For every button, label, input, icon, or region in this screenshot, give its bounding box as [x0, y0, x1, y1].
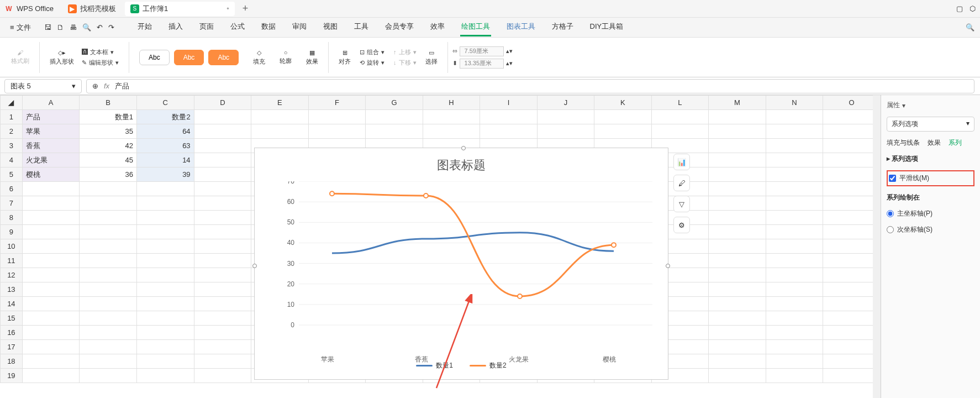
- cell-B9[interactable]: [80, 225, 137, 239]
- group-button[interactable]: ⊡组合▾: [360, 48, 384, 56]
- cell-H2[interactable]: [423, 124, 480, 139]
- col-header-L[interactable]: L: [651, 96, 709, 110]
- search-icon[interactable]: 🔍: [966, 23, 974, 32]
- cell-A1[interactable]: 产品: [22, 110, 80, 124]
- cell-G1[interactable]: [366, 110, 423, 124]
- row-header-4[interactable]: 4: [1, 153, 23, 167]
- cell-A19[interactable]: [22, 369, 80, 383]
- col-header-D[interactable]: D: [194, 96, 251, 110]
- cell-C12[interactable]: [136, 268, 194, 282]
- cell-M9[interactable]: [709, 225, 766, 239]
- cell-M12[interactable]: [709, 268, 766, 282]
- col-header-G[interactable]: G: [366, 96, 423, 110]
- cell-C8[interactable]: [136, 211, 194, 225]
- cell-D13[interactable]: [194, 282, 251, 297]
- smooth-line-checkbox[interactable]: 平滑线(M): [889, 174, 972, 183]
- cell-N8[interactable]: [766, 211, 823, 225]
- cell-N16[interactable]: [766, 326, 823, 340]
- cell-J1[interactable]: [537, 110, 594, 124]
- vertical-scrollbar[interactable]: [873, 95, 881, 398]
- cell-D17[interactable]: [194, 340, 251, 354]
- cell-N15[interactable]: [766, 311, 823, 326]
- cell-D14[interactable]: [194, 297, 251, 311]
- cell-C10[interactable]: [136, 239, 194, 254]
- cell-B13[interactable]: [80, 282, 137, 297]
- col-header-N[interactable]: N: [766, 96, 823, 110]
- cell-D9[interactable]: [194, 225, 251, 239]
- cell-M4[interactable]: [709, 153, 766, 167]
- cell-E1[interactable]: [251, 110, 309, 124]
- chart-object[interactable]: 图表标题 010203040506070 苹果香蕉火龙果樱桃 数量1 数量2 📊…: [254, 148, 668, 380]
- ptab-fill[interactable]: 填充与线条: [887, 138, 920, 148]
- cell-C14[interactable]: [136, 297, 194, 311]
- cell-M6[interactable]: [709, 182, 766, 196]
- format-painter-group[interactable]: 🖌 格式刷: [6, 38, 35, 77]
- cell-I1[interactable]: [480, 110, 537, 124]
- cell-N12[interactable]: [766, 268, 823, 282]
- cell-F1[interactable]: [308, 110, 366, 124]
- fx-icon[interactable]: fx: [104, 82, 109, 90]
- cell-A15[interactable]: [22, 311, 80, 326]
- cell-B10[interactable]: [80, 239, 137, 254]
- chart-handle-t[interactable]: [461, 146, 466, 150]
- cell-M19[interactable]: [709, 369, 766, 383]
- cell-M15[interactable]: [709, 311, 766, 326]
- chart-filter-icon[interactable]: ▽: [673, 196, 690, 212]
- section-series-options[interactable]: ▸ 系列选项: [887, 154, 974, 164]
- undo-icon[interactable]: ↶: [97, 23, 103, 32]
- cell-N7[interactable]: [766, 196, 823, 211]
- cell-K2[interactable]: [594, 124, 652, 139]
- cell-N5[interactable]: [766, 167, 823, 182]
- tab-insert[interactable]: 插入: [167, 18, 184, 36]
- cell-O10[interactable]: [823, 239, 881, 254]
- cell-B18[interactable]: [80, 354, 137, 369]
- cell-O8[interactable]: [823, 211, 881, 225]
- tab-member[interactable]: 会员专享: [384, 18, 415, 36]
- cell-B4[interactable]: 45: [80, 153, 137, 167]
- style-preset-2[interactable]: Abc: [174, 50, 204, 65]
- cell-A13[interactable]: [22, 282, 80, 297]
- cell-O9[interactable]: [823, 225, 881, 239]
- cell-O1[interactable]: [823, 110, 881, 124]
- cell-B16[interactable]: [80, 326, 137, 340]
- style-preset-3[interactable]: Abc: [208, 50, 239, 65]
- cell-D8[interactable]: [194, 211, 251, 225]
- cell-M18[interactable]: [709, 354, 766, 369]
- cell-J2[interactable]: [537, 124, 594, 139]
- cell-D16[interactable]: [194, 326, 251, 340]
- cell-O13[interactable]: [823, 282, 881, 297]
- cell-G2[interactable]: [366, 124, 423, 139]
- zoom-icon[interactable]: ⊕: [92, 82, 98, 90]
- cell-B12[interactable]: [80, 268, 137, 282]
- cell-B8[interactable]: [80, 211, 137, 225]
- cell-A11[interactable]: [22, 254, 80, 268]
- save-icon[interactable]: 🖫: [44, 23, 51, 32]
- cell-A17[interactable]: [22, 340, 80, 354]
- edit-shape-button[interactable]: ✎编辑形状▾: [82, 59, 119, 67]
- cell-L2[interactable]: [651, 124, 709, 139]
- row-header-9[interactable]: 9: [1, 225, 23, 239]
- select-group[interactable]: ▭选择: [420, 38, 443, 77]
- cell-A9[interactable]: [22, 225, 80, 239]
- cell-M2[interactable]: [709, 124, 766, 139]
- row-header-2[interactable]: 2: [1, 124, 23, 139]
- row-header-3[interactable]: 3: [1, 139, 23, 153]
- secondary-axis-radio[interactable]: 次坐标轴(S): [887, 225, 974, 234]
- cell-B14[interactable]: [80, 297, 137, 311]
- legend-item-2[interactable]: 数量2: [470, 361, 507, 370]
- tab-workbook[interactable]: S 工作簿1 •: [125, 2, 235, 16]
- cell-A5[interactable]: 樱桃: [22, 167, 80, 182]
- primary-axis-radio[interactable]: 主坐标轴(P): [887, 209, 974, 218]
- cell-M8[interactable]: [709, 211, 766, 225]
- cell-C3[interactable]: 63: [136, 139, 194, 153]
- col-header-J[interactable]: J: [537, 96, 594, 110]
- row-header-18[interactable]: 18: [1, 354, 23, 369]
- cell-N3[interactable]: [766, 139, 823, 153]
- col-header-K[interactable]: K: [594, 96, 652, 110]
- cell-N9[interactable]: [766, 225, 823, 239]
- cell-C4[interactable]: 14: [136, 153, 194, 167]
- cell-M1[interactable]: [709, 110, 766, 124]
- row-header-11[interactable]: 11: [1, 254, 23, 268]
- cell-N19[interactable]: [766, 369, 823, 383]
- tab-formula[interactable]: 公式: [229, 18, 246, 36]
